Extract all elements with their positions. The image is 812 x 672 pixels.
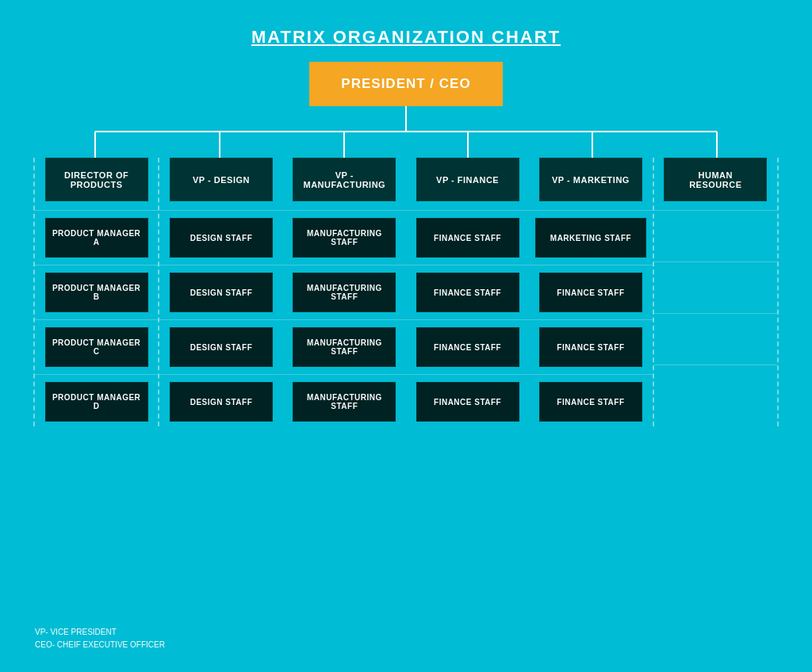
staff-fin-4: FINANCE STAFF [406,377,529,426]
staff-mfg-1: MANUFACTURING STAFF [283,213,406,262]
footnote-line-2: CEO- CHEIF EXECUTIVE OFFICER [35,639,165,651]
staff-fin-box-3: FINANCE STAFF [416,327,519,367]
staff-mkt-box-1: MARKETING STAFF [535,218,646,258]
staff-fin-box-1: FINANCE STAFF [416,218,519,258]
staff-fin-3: FINANCE STAFF [406,323,529,372]
vp-box-marketing: VP - MARKETING [539,158,642,201]
staff-design-1: DESIGN STAFF [159,213,282,262]
staff-fin-box-2: FINANCE STAFF [416,273,519,312]
header-hr: HUMAN RESOURCE [664,158,767,201]
staff-design-4: DESIGN STAFF [159,377,282,426]
vp-box-director: DIRECTOR OF PRODUCTS [45,158,148,201]
staff-mkt-box-4: FINANCE STAFF [539,382,642,422]
staff-fin-box-4: FINANCE STAFF [416,382,519,422]
connector-svg [33,106,779,158]
staff-group-director: PRODUCT MANAGER A [35,213,158,262]
staff-mfg-box-4: MANUFACTURING STAFF [293,382,396,422]
staff-mfg-box-2: MANUFACTURING STAFF [293,273,396,312]
staff-group-director-d: PRODUCT MANAGER D [35,377,158,426]
vp-box-manufacturing: VP - MANUFACTURING [293,158,396,201]
staff-mkt-4: FINANCE STAFF [529,377,652,426]
header-director: DIRECTOR OF PRODUCTS [45,158,148,201]
header-vp-manufacturing: VP - MANUFACTURING [293,158,396,201]
footnote-line-1: VP- VICE PRESIDENT [35,626,165,639]
staff-mfg-box-3: MANUFACTURING STAFF [293,327,396,367]
staff-mfg-4: MANUFACTURING STAFF [283,377,406,426]
col-hr: HUMAN RESOURCE [653,158,779,426]
staff-design-2: DESIGN STAFF [159,268,282,317]
staff-mkt-box-2: FINANCE STAFF [539,273,642,312]
pm-box-d: PRODUCT MANAGER D [45,382,148,422]
vp-box-design: VP - DESIGN [170,158,273,201]
col-vp-design: VP - DESIGN DESIGN STAFF DESIGN STAFF DE… [159,158,282,426]
staff-fin-1: FINANCE STAFF [406,213,529,262]
staff-mkt-2: FINANCE STAFF [529,268,652,317]
staff-mfg-2: MANUFACTURING STAFF [283,268,406,317]
pm-box-a: PRODUCT MANAGER A [45,218,148,258]
header-vp-design: VP - DESIGN [170,158,273,201]
col-vp-marketing: VP - MARKETING MARKETING STAFF FINANCE S… [529,158,652,426]
ceo-row: PRESIDENT / CEO [33,62,779,106]
main-grid: DIRECTOR OF PRODUCTS PRODUCT MANAGER A P… [33,158,779,426]
footnote: VP- VICE PRESIDENT CEO- CHEIF EXECUTIVE … [35,626,165,651]
staff-design-box-4: DESIGN STAFF [170,382,273,422]
staff-mkt-box-3: FINANCE STAFF [539,327,642,367]
staff-mkt-3: FINANCE STAFF [529,323,652,372]
chart-title: MATRIX ORGANIZATION CHART [33,27,779,48]
staff-mfg-3: MANUFACTURING STAFF [283,323,406,372]
vp-box-finance: VP - FINANCE [416,158,519,201]
staff-group-director-c: PRODUCT MANAGER C [35,323,158,372]
staff-fin-2: FINANCE STAFF [406,268,529,317]
col-vp-manufacturing: VP - MANUFACTURING MANUFACTURING STAFF M… [283,158,406,426]
col-director: DIRECTOR OF PRODUCTS PRODUCT MANAGER A P… [33,158,159,426]
staff-mfg-box-1: MANUFACTURING STAFF [293,218,396,258]
staff-design-box-2: DESIGN STAFF [170,273,273,312]
staff-design-3: DESIGN STAFF [159,323,282,372]
vp-box-hr: HUMAN RESOURCE [664,158,767,201]
staff-group-director-b: PRODUCT MANAGER B [35,268,158,317]
staff-design-box-3: DESIGN STAFF [170,327,273,367]
ceo-box: PRESIDENT / CEO [309,62,502,106]
col-vp-finance: VP - FINANCE FINANCE STAFF FINANCE STAFF… [406,158,529,426]
staff-mkt-1: MARKETING STAFF [529,213,652,262]
pm-box-b: PRODUCT MANAGER B [45,273,148,312]
header-vp-finance: VP - FINANCE [416,158,519,201]
chart-wrapper: MATRIX ORGANIZATION CHART PRESIDENT / CE… [17,11,795,661]
pm-box-c: PRODUCT MANAGER C [45,327,148,367]
header-vp-marketing: VP - MARKETING [539,158,642,201]
staff-design-box-1: DESIGN STAFF [170,218,273,258]
